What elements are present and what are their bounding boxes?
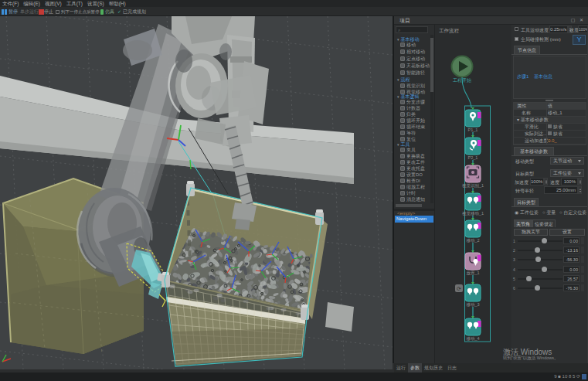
svg-text:⟳: ⟳ (457, 286, 461, 291)
svg-text:视觉移动_1: 视觉移动_1 (462, 211, 484, 216)
svg-text:放置_1: 放置_1 (466, 270, 479, 276)
svg-text:移动_4: 移动_4 (466, 336, 479, 342)
svg-text:P2_1: P2_1 (468, 155, 478, 160)
svg-text:工作流程: 工作流程 (439, 28, 460, 34)
svg-text:视觉识别_1: 视觉识别_1 (462, 183, 484, 189)
svg-text:移动_2: 移动_2 (466, 238, 479, 243)
svg-text:P1_1: P1_1 (468, 128, 478, 132)
svg-text:移动_3: 移动_3 (466, 302, 479, 308)
